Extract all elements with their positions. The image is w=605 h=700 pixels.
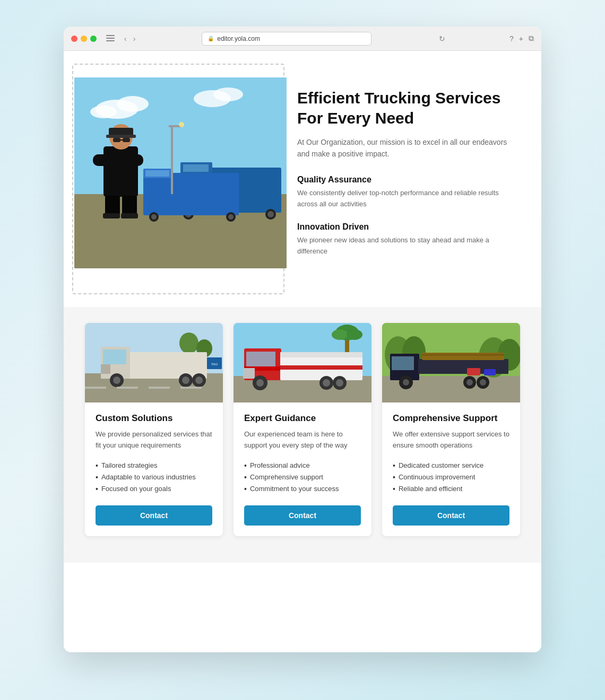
svg-rect-54 (85, 387, 106, 389)
svg-rect-46 (103, 349, 126, 364)
svg-rect-94 (467, 368, 480, 375)
close-button[interactable] (71, 36, 77, 42)
browser-content: Efficient Trucking Services For Every Ne… (64, 51, 541, 652)
minimize-button[interactable] (81, 36, 87, 42)
card-comprehensive-support: Comprehensive Support We offer extensive… (382, 323, 520, 536)
card-list-3: Dedicated customer service Continuous im… (393, 460, 509, 495)
svg-rect-55 (117, 387, 138, 389)
feature-block-1: Quality Assurance We consistently delive… (297, 175, 509, 210)
svg-point-101 (480, 379, 486, 386)
hero-image-container (64, 72, 276, 286)
card-body-1: Custom Solutions We provide personalized… (85, 402, 223, 536)
svg-point-99 (466, 379, 473, 386)
list-item: Focused on your goals (96, 483, 212, 495)
card-truck-illustration-2 (234, 323, 371, 402)
feature-title-2: Innovation Driven (297, 222, 509, 232)
list-item: Commitment to your success (244, 483, 361, 495)
cards-section: TRO Custom Solutions We provide personal… (64, 307, 541, 563)
url-text: editor.yola.com (217, 35, 260, 42)
svg-rect-74 (243, 368, 255, 379)
feature-description-1: We consistently deliver top-notch perfor… (297, 188, 509, 210)
hero-illustration (74, 77, 287, 268)
card-body-3: Comprehensive Support We offer extensive… (382, 402, 520, 536)
maximize-button[interactable] (90, 36, 97, 42)
hero-title: Efficient Trucking Services For Every Ne… (297, 88, 509, 128)
svg-rect-25 (113, 138, 120, 142)
svg-rect-32 (103, 213, 120, 218)
card-title-2: Expert Guidance (244, 413, 361, 424)
svg-rect-24 (106, 135, 136, 138)
add-tab-icon[interactable]: + (519, 34, 523, 43)
hero-description: At Our Organization, our mission is to e… (297, 136, 509, 160)
feature-title-1: Quality Assurance (297, 175, 509, 185)
card-description-1: We provide personalized services that fi… (96, 429, 212, 451)
list-item: Comprehensive support (244, 471, 361, 483)
svg-rect-34 (171, 125, 173, 194)
website-content: Efficient Trucking Services For Every Ne… (64, 51, 541, 652)
svg-rect-29 (103, 152, 119, 168)
feature-description-2: We pioneer new ideas and solutions to st… (297, 235, 509, 257)
forward-arrow[interactable]: › (131, 33, 138, 44)
card-truck-illustration-1: TRO (85, 323, 223, 402)
browser-window: ‹ › 🔒 editor.yola.com ↻ ? + ⧉ (64, 27, 541, 652)
svg-rect-68 (246, 352, 275, 369)
address-bar[interactable]: 🔒 editor.yola.com (202, 32, 371, 46)
svg-rect-14 (143, 173, 239, 215)
svg-point-36 (179, 122, 184, 127)
nav-arrows: ‹ › (122, 33, 137, 44)
card-body-2: Expert Guidance Our experienced team is … (234, 402, 371, 536)
svg-rect-9 (183, 164, 209, 172)
contact-button-1[interactable]: Contact (96, 505, 212, 526)
card-list-2: Professional advice Comprehensive suppor… (244, 460, 361, 495)
sidebar-toggle-icon[interactable] (106, 35, 115, 42)
svg-point-18 (151, 214, 157, 220)
svg-rect-57 (180, 387, 202, 389)
svg-point-78 (323, 379, 330, 387)
list-item: Professional advice (244, 460, 361, 471)
svg-point-6 (213, 88, 243, 101)
card-image-2 (234, 323, 371, 402)
contact-button-3[interactable]: Contact (393, 505, 509, 526)
svg-point-41 (179, 332, 198, 354)
svg-point-13 (267, 211, 274, 217)
svg-rect-56 (149, 387, 170, 389)
hero-text: Efficient Trucking Services For Every Ne… (297, 72, 520, 286)
extensions-icon[interactable]: ⧉ (529, 34, 534, 43)
svg-rect-26 (123, 138, 130, 142)
card-list-1: Tailored strategies Adaptable to various… (96, 460, 212, 495)
toolbar-actions: ? + ⧉ (509, 34, 534, 43)
back-arrow[interactable]: ‹ (122, 33, 129, 44)
card-expert-guidance: Expert Guidance Our experienced team is … (234, 323, 371, 536)
refresh-icon[interactable]: ↻ (439, 34, 445, 43)
svg-rect-93 (422, 354, 504, 356)
svg-rect-71 (280, 352, 362, 357)
svg-point-20 (228, 214, 234, 220)
svg-rect-47 (101, 364, 110, 374)
svg-rect-90 (392, 356, 414, 370)
list-item: Tailored strategies (96, 460, 212, 471)
card-description-2: Our experienced team is here to support … (244, 429, 361, 451)
svg-point-76 (256, 379, 264, 387)
card-image-1: TRO (85, 323, 223, 402)
list-item: Adaptable to various industries (96, 471, 212, 483)
card-truck-illustration-3 (382, 323, 520, 402)
card-title-1: Custom Solutions (96, 413, 212, 424)
hero-section: Efficient Trucking Services For Every Ne… (64, 51, 541, 307)
card-custom-solutions: TRO Custom Solutions We provide personal… (85, 323, 223, 536)
list-item: Continuous improvement (393, 471, 509, 483)
help-icon[interactable]: ? (509, 34, 514, 43)
contact-button-2[interactable]: Contact (244, 505, 361, 526)
svg-point-49 (113, 377, 120, 384)
svg-point-3 (117, 96, 149, 112)
cards-grid: TRO Custom Solutions We provide personal… (85, 323, 520, 536)
svg-point-80 (336, 379, 343, 387)
svg-point-53 (195, 377, 203, 384)
hero-image (74, 77, 287, 268)
browser-toolbar: ‹ › 🔒 editor.yola.com ↻ ? + ⧉ (64, 27, 541, 51)
svg-rect-72 (280, 365, 362, 370)
card-image-3 (382, 323, 520, 402)
card-description-3: We offer extensive support services to e… (393, 429, 509, 451)
traffic-lights (71, 36, 97, 42)
svg-text:TRO: TRO (211, 363, 218, 366)
svg-rect-95 (484, 369, 496, 375)
